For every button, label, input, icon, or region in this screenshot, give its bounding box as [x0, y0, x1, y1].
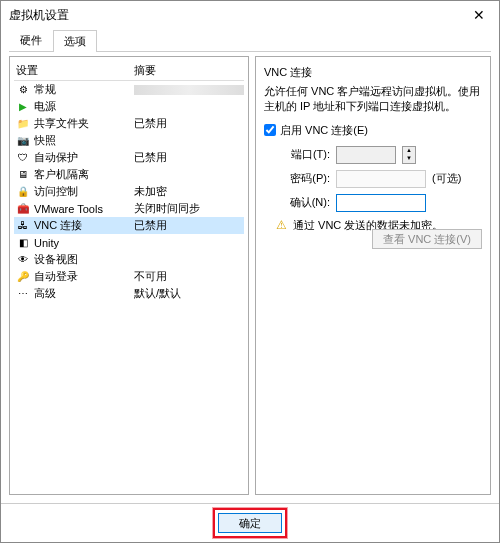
ok-highlight: 确定: [213, 508, 287, 538]
list-item-label: 快照: [34, 133, 134, 148]
list-item-常规[interactable]: ⚙常规: [14, 81, 244, 98]
power-icon: ▶: [16, 100, 30, 114]
list-header: 设置 摘要: [14, 61, 244, 81]
list-item-label: 设备视图: [34, 252, 134, 267]
list-item-label: 客户机隔离: [34, 167, 134, 182]
list-item-summary: 未加密: [134, 184, 244, 199]
list-item-label: VMware Tools: [34, 203, 134, 215]
tab-hardware[interactable]: 硬件: [9, 29, 53, 51]
view-icon: 👁: [16, 253, 30, 267]
list-item-高级[interactable]: ⋯高级默认/默认: [14, 285, 244, 302]
ok-button[interactable]: 确定: [218, 513, 282, 533]
tab-options[interactable]: 选项: [53, 30, 97, 52]
lock-icon: 🔒: [16, 185, 30, 199]
header-summary: 摘要: [134, 63, 244, 78]
list-item-vnc连接[interactable]: 🖧VNC 连接已禁用: [14, 217, 244, 234]
list-body: ⚙常规▶电源📁共享文件夹已禁用📷快照🛡自动保护已禁用🖥客户机隔离🔒访问控制未加密…: [14, 81, 244, 490]
warning-icon: ⚠: [276, 218, 287, 232]
list-item-电源[interactable]: ▶电源: [14, 98, 244, 115]
port-label: 端口(T):: [280, 147, 330, 162]
close-icon[interactable]: ✕: [467, 5, 491, 25]
window-title: 虚拟机设置: [9, 7, 69, 24]
list-item-label: 高级: [34, 286, 134, 301]
unity-icon: ◧: [16, 236, 30, 250]
list-item-label: 共享文件夹: [34, 116, 134, 131]
enable-vnc-label[interactable]: 启用 VNC 连接(E): [280, 123, 368, 138]
gear-icon: ⚙: [16, 83, 30, 97]
section-title: VNC 连接: [264, 65, 482, 80]
spinner-down-icon[interactable]: ▼: [403, 155, 415, 163]
isolate-icon: 🖥: [16, 168, 30, 182]
dialog-footer: 确定: [1, 503, 499, 542]
dialog-content: 硬件 选项 设置 摘要 ⚙常规▶电源📁共享文件夹已禁用📷快照🛡自动保护已禁用🖥客…: [1, 29, 499, 503]
port-input[interactable]: [336, 146, 396, 164]
settings-list: 设置 摘要 ⚙常规▶电源📁共享文件夹已禁用📷快照🛡自动保护已禁用🖥客户机隔离🔒访…: [9, 56, 249, 495]
spinner-up-icon[interactable]: ▲: [403, 147, 415, 155]
confirm-label: 确认(N):: [280, 195, 330, 210]
enable-vnc-row: 启用 VNC 连接(E): [264, 123, 482, 138]
password-row: 密码(P): (可选): [280, 170, 482, 188]
password-label: 密码(P):: [280, 171, 330, 186]
titlebar: 虚拟机设置 ✕: [1, 1, 499, 29]
list-item-label: 访问控制: [34, 184, 134, 199]
list-item-summary: 已禁用: [134, 116, 244, 131]
vm-settings-dialog: 虚拟机设置 ✕ 硬件 选项 设置 摘要 ⚙常规▶电源📁共享文件夹已禁用📷快照🛡自…: [0, 0, 500, 543]
enable-vnc-checkbox[interactable]: [264, 124, 276, 136]
list-item-summary: 不可用: [134, 269, 244, 284]
list-item-共享文件夹[interactable]: 📁共享文件夹已禁用: [14, 115, 244, 132]
list-item-客户机隔离[interactable]: 🖥客户机隔离: [14, 166, 244, 183]
password-input[interactable]: [336, 170, 426, 188]
header-setting: 设置: [14, 63, 134, 78]
list-item-summary: 默认/默认: [134, 286, 244, 301]
list-item-label: Unity: [34, 237, 134, 249]
list-item-自动登录[interactable]: 🔑自动登录不可用: [14, 268, 244, 285]
list-item-设备视图[interactable]: 👁设备视图: [14, 251, 244, 268]
list-item-vmwaretools[interactable]: 🧰VMware Tools关闭时间同步: [14, 200, 244, 217]
view-vnc-button[interactable]: 查看 VNC 连接(V): [372, 229, 482, 249]
list-item-summary: 关闭时间同步: [134, 201, 244, 216]
list-item-summary: [134, 85, 244, 95]
vnc-panel: VNC 连接 允许任何 VNC 客户端远程访问虚拟机。使用主机的 IP 地址和下…: [255, 56, 491, 495]
camera-icon: 📷: [16, 134, 30, 148]
password-optional: (可选): [432, 171, 461, 186]
list-item-label: 常规: [34, 82, 134, 97]
confirm-input[interactable]: [336, 194, 426, 212]
tools-icon: 🧰: [16, 202, 30, 216]
advanced-icon: ⋯: [16, 287, 30, 301]
tabs: 硬件 选项: [9, 29, 491, 52]
panes: 设置 摘要 ⚙常规▶电源📁共享文件夹已禁用📷快照🛡自动保护已禁用🖥客户机隔离🔒访…: [9, 56, 491, 495]
section-desc: 允许任何 VNC 客户端远程访问虚拟机。使用主机的 IP 地址和下列端口连接虚拟…: [264, 84, 482, 115]
list-item-label: 自动保护: [34, 150, 134, 165]
list-item-访问控制[interactable]: 🔒访问控制未加密: [14, 183, 244, 200]
port-spinner: ▲ ▼: [402, 146, 416, 164]
list-item-summary: 已禁用: [134, 218, 244, 233]
list-item-label: VNC 连接: [34, 218, 134, 233]
confirm-row: 确认(N):: [280, 194, 482, 212]
vnc-icon: 🖧: [16, 219, 30, 233]
list-item-快照[interactable]: 📷快照: [14, 132, 244, 149]
list-item-label: 自动登录: [34, 269, 134, 284]
list-item-自动保护[interactable]: 🛡自动保护已禁用: [14, 149, 244, 166]
login-icon: 🔑: [16, 270, 30, 284]
shield-icon: 🛡: [16, 151, 30, 165]
list-item-unity[interactable]: ◧Unity: [14, 234, 244, 251]
port-row: 端口(T): ▲ ▼: [280, 146, 482, 164]
list-item-label: 电源: [34, 99, 134, 114]
folder-icon: 📁: [16, 117, 30, 131]
list-item-summary: 已禁用: [134, 150, 244, 165]
